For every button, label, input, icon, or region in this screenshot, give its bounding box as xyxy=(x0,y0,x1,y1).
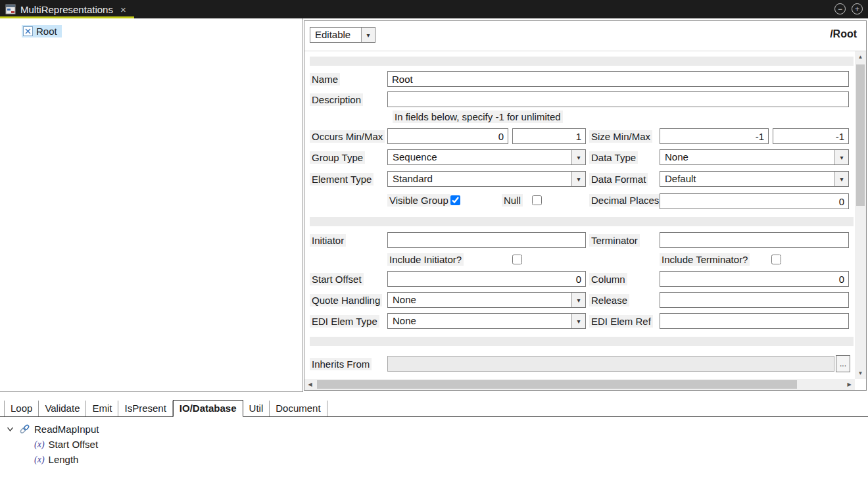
quote-handling-select[interactable]: None ▾ xyxy=(387,292,586,308)
inherits-from-label: Inherits From xyxy=(310,358,372,370)
name-label: Name xyxy=(310,73,340,86)
terminator-input[interactable] xyxy=(660,232,849,248)
group-type-select[interactable]: Sequence ▾ xyxy=(387,149,586,165)
data-format-select[interactable]: Default ▾ xyxy=(660,171,849,187)
app-icon xyxy=(5,4,16,14)
structure-tree-panel: Root xyxy=(0,18,303,392)
maximize-icon[interactable]: + xyxy=(852,3,863,14)
titlebar: MultiRepresentations × − + xyxy=(0,0,868,18)
element-type-select[interactable]: Standard ▾ xyxy=(387,171,586,187)
tree-row-label: Start Offset xyxy=(49,439,99,450)
rules-tab-bar: Loop Validate Emit IsPresent IO/Database… xyxy=(0,400,868,417)
io-database-tree: ReadMapInput (x) Start Offset (x) Length xyxy=(0,417,868,467)
decimal-places-input[interactable] xyxy=(660,193,849,209)
scroll-down-icon[interactable]: ▼ xyxy=(855,368,866,379)
size-minmax-label: Size Min/Max xyxy=(589,130,652,143)
tab-document[interactable]: Document xyxy=(270,401,327,416)
close-icon[interactable]: × xyxy=(120,4,126,15)
occurs-minmax-label: Occurs Min/Max xyxy=(310,130,385,143)
chevron-down-icon: ▾ xyxy=(834,150,848,164)
null-checkbox[interactable] xyxy=(532,195,542,205)
edi-elem-ref-input[interactable] xyxy=(660,313,849,329)
group-type-label: Group Type xyxy=(310,151,365,164)
quote-handling-label: Quote Handling xyxy=(310,294,382,307)
scroll-right-icon[interactable]: ▶ xyxy=(844,379,855,390)
initiator-label: Initiator xyxy=(310,234,346,247)
tree-node-root[interactable]: Root xyxy=(22,25,62,37)
link-icon xyxy=(19,424,30,434)
tree-row-readmapinput[interactable]: ReadMapInput xyxy=(0,422,868,437)
edit-mode-select[interactable]: Editable ▾ xyxy=(310,27,375,43)
expander-chevron-icon[interactable] xyxy=(7,426,14,433)
tab-ispresent[interactable]: IsPresent xyxy=(118,401,172,416)
horizontal-scroll-thumb[interactable] xyxy=(317,380,797,389)
node-icon xyxy=(23,26,33,36)
edi-elem-type-label: EDI Elem Type xyxy=(310,315,379,328)
chevron-down-icon: ▾ xyxy=(571,150,585,164)
node-editor-panel: Editable ▾ /Root Name Description In fie… xyxy=(304,20,867,391)
terminator-label: Terminator xyxy=(589,234,640,247)
chevron-down-icon: ▾ xyxy=(571,172,585,186)
separator-bar xyxy=(310,337,854,346)
editor-body: Name Description In fields below, specif… xyxy=(304,51,866,390)
chevron-down-icon: ▾ xyxy=(361,28,375,42)
chevron-down-icon: ▾ xyxy=(571,314,585,328)
tree-node-label: Root xyxy=(36,26,57,37)
edi-elem-type-select[interactable]: None ▾ xyxy=(387,313,586,329)
edit-mode-value: Editable xyxy=(310,28,361,42)
node-path: /Root xyxy=(830,28,857,40)
unlimited-hint-text: In fields below, specify -1 for unlimite… xyxy=(393,111,563,123)
rules-panel: Loop Validate Emit IsPresent IO/Database… xyxy=(0,393,868,492)
name-input[interactable] xyxy=(387,71,849,87)
visible-group-checkbox[interactable] xyxy=(450,195,460,205)
window-controls: − + xyxy=(834,3,863,14)
inherits-from-browse-button[interactable]: ... xyxy=(836,355,850,372)
initiator-input[interactable] xyxy=(387,232,586,248)
description-input[interactable] xyxy=(387,91,849,107)
include-initiator-label: Include Initiator? xyxy=(387,253,464,266)
data-type-select[interactable]: None ▾ xyxy=(660,149,849,165)
include-terminator-checkbox[interactable] xyxy=(771,255,781,264)
occurs-max-input[interactable] xyxy=(512,128,586,144)
tree-row-label: ReadMapInput xyxy=(34,424,99,435)
element-type-label: Element Type xyxy=(310,173,374,185)
decimal-places-label: Decimal Places xyxy=(589,194,661,207)
null-label: Null xyxy=(502,194,523,207)
column-input[interactable] xyxy=(660,271,849,287)
vertical-scroll-thumb[interactable] xyxy=(856,64,865,206)
scroll-left-icon[interactable]: ◀ xyxy=(304,379,316,390)
tree-row-start-offset[interactable]: (x) Start Offset xyxy=(0,437,868,452)
tab-io-database[interactable]: IO/Database xyxy=(173,400,243,417)
horizontal-scrollbar[interactable]: ◀ ▶ xyxy=(304,379,855,390)
editor-header: Editable ▾ /Root xyxy=(304,21,866,51)
variable-icon: (x) xyxy=(34,439,45,450)
occurs-min-input[interactable] xyxy=(387,128,508,144)
tree-row-length[interactable]: (x) Length xyxy=(0,452,868,467)
minimize-icon[interactable]: − xyxy=(834,3,846,14)
separator-bar xyxy=(310,217,854,226)
inherits-from-input xyxy=(387,356,834,372)
document-tab[interactable]: MultiRepresentations × xyxy=(0,0,134,18)
separator-bar xyxy=(310,57,854,66)
start-offset-label: Start Offset xyxy=(310,273,364,285)
data-type-label: Data Type xyxy=(589,151,638,164)
tab-validate[interactable]: Validate xyxy=(39,401,86,416)
include-initiator-checkbox[interactable] xyxy=(512,255,522,264)
edi-elem-ref-label: EDI Elem Ref xyxy=(589,315,653,328)
tab-util[interactable]: Util xyxy=(243,401,270,416)
tab-loop[interactable]: Loop xyxy=(4,401,39,416)
tab-emit[interactable]: Emit xyxy=(86,401,118,416)
scroll-up-icon[interactable]: ▲ xyxy=(855,51,866,62)
size-min-input[interactable] xyxy=(660,128,769,144)
release-input[interactable] xyxy=(660,292,849,308)
chevron-down-icon: ▾ xyxy=(571,293,585,307)
application-window: MultiRepresentations × − + Root Editabl xyxy=(0,0,868,492)
release-label: Release xyxy=(589,294,629,307)
data-format-label: Data Format xyxy=(589,173,648,185)
size-max-input[interactable] xyxy=(773,128,849,144)
variable-icon: (x) xyxy=(34,455,45,465)
tab-title: MultiRepresentations xyxy=(20,4,113,15)
vertical-scrollbar[interactable]: ▲ ▼ xyxy=(855,51,866,379)
start-offset-input[interactable] xyxy=(387,271,586,287)
column-label: Column xyxy=(589,273,627,285)
